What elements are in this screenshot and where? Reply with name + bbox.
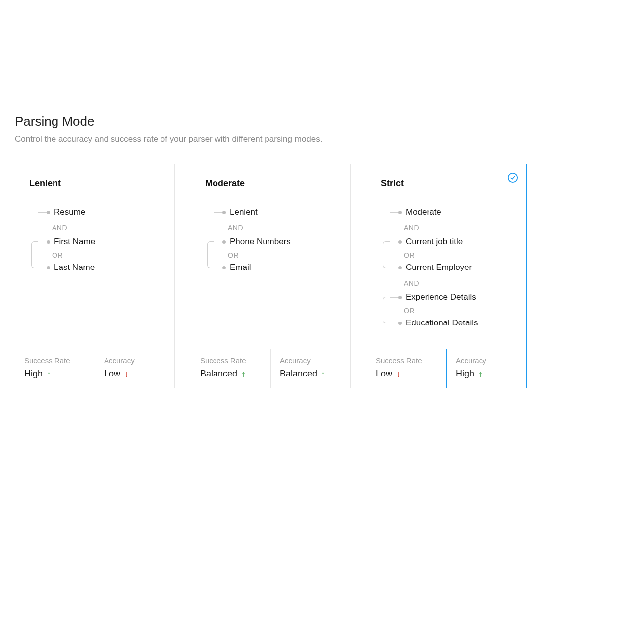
rule-tree: ModerateANDCurrent job titleORCurrent Em… <box>381 206 512 329</box>
parsing-mode-card-strict[interactable]: StrictModerateANDCurrent job titleORCurr… <box>367 164 527 388</box>
metric-value: Balanced <box>280 369 317 379</box>
arrow-down-icon: ↓ <box>124 370 129 378</box>
metric-label: Accuracy <box>280 356 341 365</box>
card-footer: Success RateLow↓AccuracyHigh↑ <box>367 349 526 388</box>
rule-item-label: Phone Numbers <box>230 237 291 247</box>
bracket-line <box>383 241 390 268</box>
metric-success_rate: Success RateLow↓ <box>367 349 446 388</box>
node-dot-icon <box>47 211 50 214</box>
rule-item: Experience Details <box>383 291 512 303</box>
connector-line <box>390 268 399 268</box>
metric-success_rate: Success RateBalanced↑ <box>191 349 270 388</box>
metric-value: Low <box>104 369 120 379</box>
rule-tree: LenientANDPhone NumbersOREmail <box>205 206 336 273</box>
operator-and: AND <box>31 224 161 232</box>
node-dot-icon <box>222 240 226 244</box>
rule-group: Resume <box>31 206 161 218</box>
rule-item-label: Resume <box>54 207 85 217</box>
connector-line <box>390 212 399 213</box>
parsing-mode-card-lenient[interactable]: LenientResumeANDFirst NameORLast NameSuc… <box>15 164 175 388</box>
metric-value-row: Low↓ <box>376 369 437 379</box>
connector-line <box>214 212 223 213</box>
node-dot-icon <box>398 322 402 325</box>
metric-label: Accuracy <box>456 356 517 365</box>
rule-item: Resume <box>31 206 161 218</box>
arrow-up-icon: ↑ <box>478 370 483 378</box>
rule-item: Phone Numbers <box>207 236 336 248</box>
svg-point-0 <box>508 173 517 182</box>
node-dot-icon <box>398 296 402 299</box>
rule-item: Current Employer <box>383 262 512 273</box>
rule-item-label: First Name <box>54 237 95 247</box>
rule-item-label: Experience Details <box>406 292 476 302</box>
rule-tree: ResumeANDFirst NameORLast Name <box>29 206 161 273</box>
rule-group: Current job titleORCurrent Employer <box>383 236 512 273</box>
metric-label: Success Rate <box>200 356 262 365</box>
metric-accuracy: AccuracyHigh↑ <box>446 349 526 388</box>
node-dot-icon <box>47 266 50 269</box>
rule-item: Email <box>207 262 336 273</box>
card-title: Strict <box>381 178 404 195</box>
rule-item: Moderate <box>383 206 512 218</box>
connector-line <box>38 242 47 242</box>
rule-item: Current job title <box>383 236 512 248</box>
card-footer: Success RateHigh↑AccuracyLow↓ <box>15 349 174 388</box>
card-body: ModerateLenientANDPhone NumbersOREmail <box>191 164 350 349</box>
operator-and: AND <box>383 224 512 232</box>
metric-value: Low <box>376 369 392 379</box>
arrow-up-icon: ↑ <box>241 370 246 378</box>
bracket-line <box>31 212 38 212</box>
connector-line <box>214 242 223 242</box>
node-dot-icon <box>222 266 226 269</box>
card-title: Moderate <box>205 178 245 195</box>
connector-line <box>390 297 399 298</box>
connector-line <box>390 323 399 323</box>
card-body: LenientResumeANDFirst NameORLast Name <box>15 164 174 349</box>
rule-item-label: Moderate <box>406 207 441 217</box>
node-dot-icon <box>398 211 402 214</box>
rule-item-label: Last Name <box>54 263 95 272</box>
rule-group: Experience DetailsOREducational Details <box>383 291 512 329</box>
rule-group: First NameORLast Name <box>31 236 161 273</box>
parsing-mode-cards: LenientResumeANDFirst NameORLast NameSuc… <box>15 164 629 388</box>
check-circle-icon <box>507 172 518 183</box>
metric-value-row: Balanced↑ <box>280 369 341 379</box>
arrow-up-icon: ↑ <box>47 370 51 378</box>
parsing-mode-card-moderate[interactable]: ModerateLenientANDPhone NumbersOREmailSu… <box>191 164 351 388</box>
bracket-line <box>383 212 390 212</box>
rule-item: First Name <box>31 236 161 248</box>
metric-accuracy: AccuracyLow↓ <box>95 349 174 388</box>
metric-value-row: Low↓ <box>104 369 165 379</box>
metric-success_rate: Success RateHigh↑ <box>15 349 95 388</box>
card-title: Lenient <box>29 178 61 195</box>
connector-line <box>38 212 47 213</box>
rule-item: Last Name <box>31 262 161 273</box>
bracket-line <box>383 297 390 323</box>
bracket-line <box>207 212 214 212</box>
rule-group: Lenient <box>207 206 336 218</box>
operator-and: AND <box>383 279 512 287</box>
rule-item-label: Current job title <box>406 237 463 247</box>
operator-or: OR <box>383 305 512 316</box>
metric-label: Success Rate <box>24 356 86 365</box>
rule-item-label: Educational Details <box>406 318 478 328</box>
metric-label: Accuracy <box>104 356 165 365</box>
node-dot-icon <box>47 240 50 244</box>
page-title: Parsing Mode <box>15 114 629 129</box>
node-dot-icon <box>222 211 226 214</box>
rule-group: Moderate <box>383 206 512 218</box>
operator-or: OR <box>31 250 161 261</box>
metric-value-row: Balanced↑ <box>200 369 262 379</box>
metric-value-row: High↑ <box>456 369 517 379</box>
metric-value: High <box>24 369 43 379</box>
rule-item-label: Email <box>230 263 251 272</box>
metric-value-row: High↑ <box>24 369 86 379</box>
bracket-line <box>207 241 214 268</box>
metric-value: Balanced <box>200 369 237 379</box>
card-footer: Success RateBalanced↑AccuracyBalanced↑ <box>191 349 350 388</box>
arrow-up-icon: ↑ <box>321 370 325 378</box>
node-dot-icon <box>398 240 402 244</box>
connector-line <box>214 268 223 268</box>
connector-line <box>390 242 399 242</box>
operator-or: OR <box>383 250 512 261</box>
